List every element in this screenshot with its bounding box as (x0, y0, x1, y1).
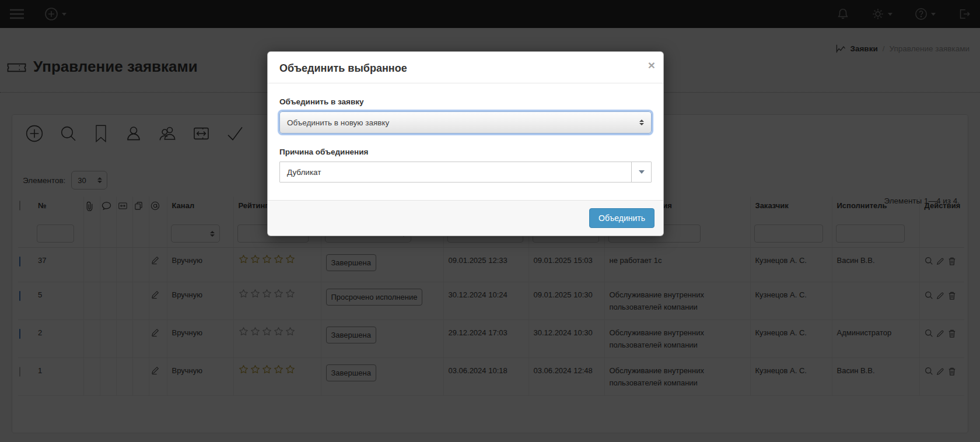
merge-modal-footer: Объединить (268, 200, 663, 236)
merge-reason-select[interactable]: Дубликат (279, 162, 652, 183)
merge-modal-header: Объединить выбранное × (268, 52, 663, 83)
merge-submit-button[interactable]: Объединить (589, 208, 654, 228)
chevron-down-icon (631, 162, 651, 182)
merge-reason-label: Причина объединения (279, 148, 652, 156)
merge-modal-title: Объединить выбранное (279, 62, 652, 75)
merge-modal: Объединить выбранное × Объединить в заяв… (267, 51, 664, 236)
close-icon[interactable]: × (648, 59, 655, 71)
stepper-icon (639, 120, 644, 125)
merge-modal-body: Объединить в заявку Объединить в новую з… (268, 83, 663, 184)
merge-target-label: Объединить в заявку (279, 97, 652, 106)
merge-target-select[interactable]: Объединить в новую заявку (279, 111, 652, 134)
